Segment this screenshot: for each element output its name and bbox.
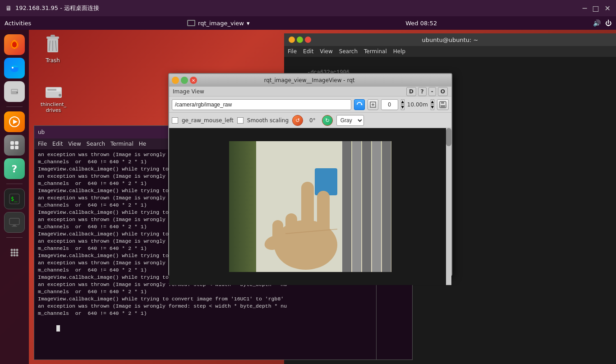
rqt-close-btn[interactable]: ✕ — [190, 77, 197, 84]
rqt-angle-label: 0° — [307, 116, 318, 124]
rqt-mult-up[interactable]: ▲ — [431, 99, 434, 105]
svg-rect-10 — [15, 141, 18, 145]
rqt-toolbar2: ge_raw_mouse_left Smooth scaling ↺ 0° ↻ … — [169, 113, 451, 128]
remote-window-controls[interactable]: ─ □ ✕ — [583, 4, 611, 13]
rqt-topic-input[interactable] — [172, 99, 351, 110]
activities-button[interactable]: Activities — [5, 20, 31, 27]
fit-icon — [370, 101, 376, 108]
svg-rect-42 — [441, 105, 445, 107]
rqt-rotate-cw-btn[interactable]: ↻ — [322, 115, 333, 126]
gnome-menu-search[interactable]: Search — [339, 48, 358, 55]
dock-item-appstore[interactable] — [4, 135, 25, 156]
rqt-dock-controls[interactable]: D ? - O — [406, 87, 448, 96]
rqt-mult-down[interactable]: ▼ — [431, 105, 434, 110]
dock-item-thinclient[interactable] — [4, 81, 25, 102]
svg-marker-8 — [13, 120, 18, 124]
tfm-search[interactable]: Search — [87, 141, 105, 147]
rqt-multiplier-spinners[interactable]: ▲ ▼ — [431, 99, 434, 110]
gnome-minimize-btn[interactable] — [289, 37, 295, 43]
tfm-terminal[interactable]: Terminal — [110, 141, 133, 147]
remote-titlebar: 🖥 192.168.31.95 - 远程桌面连接 ─ □ ✕ — [0, 0, 616, 16]
gnome-menu-help[interactable]: Help — [393, 48, 405, 55]
gnome-menu-view[interactable]: View — [320, 48, 332, 55]
dock-separator-1 — [6, 106, 23, 107]
terminal-icon: $_ — [9, 193, 20, 205]
app-name-text[interactable]: rqt_image_view — [198, 20, 244, 27]
gnome-win-controls[interactable] — [289, 37, 311, 43]
gnome-maximize-btn[interactable] — [297, 37, 303, 43]
gnome-close-btn[interactable] — [305, 37, 311, 43]
rqt-zoom-spinners[interactable]: ▲ ▼ — [401, 99, 405, 110]
rqt-q-btn[interactable]: ? — [418, 87, 427, 96]
rqt-zoom-input[interactable] — [381, 99, 398, 110]
rqt-o-btn[interactable]: O — [438, 87, 448, 96]
app-icon — [187, 20, 195, 26]
svg-rect-47 — [301, 182, 314, 236]
trash-label: Trash — [46, 57, 60, 64]
trash-icon — [43, 34, 63, 55]
vbar-5 — [382, 141, 391, 272]
drive-icon — [8, 85, 21, 98]
rqt-scrollbar[interactable] — [446, 128, 451, 285]
remote-minimize-btn[interactable]: ─ — [583, 4, 587, 13]
dock-item-firefox[interactable] — [4, 34, 25, 55]
rqt-zoom-up[interactable]: ▲ — [401, 99, 405, 105]
gnome-menu-file[interactable]: File — [288, 48, 297, 55]
vbar-4 — [372, 141, 381, 272]
rqt-refresh-btn[interactable] — [354, 99, 365, 110]
desktop-trash[interactable]: Trash — [43, 34, 63, 64]
rqt-image-area — [169, 128, 451, 285]
desktop-drive[interactable]: thinclient_drives — [41, 83, 66, 113]
rqt-toolbar1: ▲ ▼ 10.00m ▲ ▼ — [169, 97, 451, 113]
tf-line-23: m_channels or 640 != 640 * 2 * 1) — [38, 310, 372, 317]
dock-item-monitor[interactable] — [4, 212, 25, 233]
tf-cursor-line — [38, 317, 372, 339]
svg-point-24 — [11, 254, 13, 257]
datetime-label: Wed 08:52 — [405, 20, 437, 27]
ubuntu-panel: Activities rqt_image_view ▾ Wed 08:52 🔊 … — [0, 16, 616, 30]
svg-point-26 — [16, 254, 18, 257]
rqt-maximize-btn[interactable] — [181, 77, 188, 84]
tfm-edit[interactable]: Edit — [52, 141, 63, 147]
rqt-smooth-checkbox[interactable] — [237, 117, 244, 124]
terminal-front-title: ub — [38, 129, 45, 135]
rqt-save-btn[interactable] — [437, 99, 449, 110]
hand-svg — [247, 155, 360, 272]
rqt-zoom-multiplier: 10.00m — [407, 101, 428, 108]
gnome-menu-terminal[interactable]: Terminal — [364, 48, 387, 55]
rqt-rotate-ccw-btn[interactable]: ↺ — [292, 115, 303, 126]
rqt-zoom-down[interactable]: ▼ — [401, 105, 405, 110]
remote-maximize-btn[interactable]: □ — [592, 4, 599, 13]
rqt-dash-btn[interactable]: - — [428, 87, 436, 96]
rqt-mouse-checkbox[interactable] — [172, 117, 178, 124]
rqt-d-btn[interactable]: D — [406, 87, 416, 96]
tfm-view[interactable]: View — [68, 141, 81, 147]
gnome-menu-edit[interactable]: Edit — [303, 48, 313, 55]
volume-icon[interactable]: 🔊 — [593, 19, 601, 27]
svg-point-25 — [14, 254, 16, 257]
dock-item-thunderbird[interactable] — [4, 58, 25, 78]
remote-close-btn[interactable]: ✕ — [605, 4, 611, 13]
rqt-mouse-label: ge_raw_mouse_left — [182, 117, 234, 124]
rqt-minimize-btn[interactable] — [172, 77, 179, 84]
rqt-fit-btn[interactable] — [368, 99, 378, 110]
rqt-title-text: rqt_image_view__ImageView - rqt — [197, 77, 422, 83]
tfm-help[interactable]: He — [139, 141, 146, 147]
svg-rect-17 — [12, 226, 17, 227]
dock-item-terminal[interactable]: $_ — [4, 189, 25, 209]
svg-point-20 — [16, 249, 18, 251]
rqt-colormode-select[interactable]: Gray Color Mono — [336, 115, 364, 126]
dock-item-rhythmbox[interactable] — [4, 111, 25, 132]
svg-rect-4 — [11, 89, 18, 94]
dock-item-show-apps[interactable] — [4, 242, 25, 263]
save-icon — [439, 101, 446, 108]
rqt-scrollbar-thumb[interactable] — [446, 128, 451, 146]
dock-item-help[interactable]: ? — [4, 158, 25, 179]
tfm-file[interactable]: File — [38, 141, 47, 147]
svg-point-21 — [11, 252, 13, 254]
rqt-window: ✕ rqt_image_view__ImageView - rqt Image … — [168, 73, 452, 276]
power-icon[interactable]: ⏻ — [605, 19, 611, 27]
svg-rect-9 — [10, 141, 14, 145]
camera-feed — [229, 141, 391, 272]
app-menu-arrow[interactable]: ▾ — [247, 20, 250, 27]
